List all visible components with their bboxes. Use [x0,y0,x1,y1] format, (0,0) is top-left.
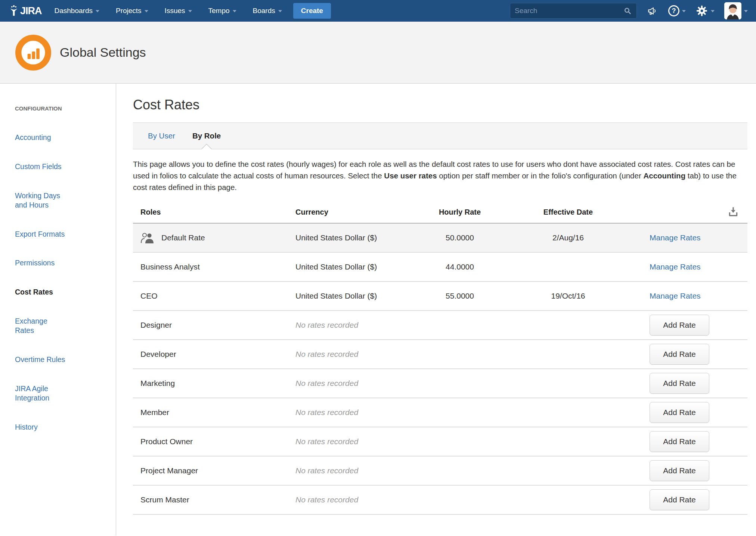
currency-cell: No rates recorded [295,350,419,359]
role-name: Business Analyst [140,262,200,271]
group-icon [140,231,155,244]
add-rate-button[interactable]: Add Rate [650,431,709,452]
chevron-down-icon [188,10,192,12]
column-header-effective-date: Effective Date [501,208,635,216]
role-name: CEO [140,292,158,300]
currency-cell: United States Dollar ($) [295,233,419,242]
add-rate-button[interactable]: Add Rate [650,402,709,423]
sidebar-item-history[interactable]: History [15,413,108,432]
table-row: Designer No rates recorded Add Rate [133,311,747,340]
page-description: This page allows you to define the cost … [133,158,747,193]
jira-brand-text: JIRA [20,5,42,17]
sidebar-item-jira-agile-integration[interactable]: JIRA Agile Integration [15,374,108,403]
sidebar-item-exchange-rates[interactable]: Exchange Rates [15,307,108,335]
add-rate-button[interactable]: Add Rate [650,460,709,481]
search-box[interactable] [510,3,637,19]
currency-cell: United States Dollar ($) [295,262,419,271]
page-title: Cost Rates [133,97,747,113]
hourly-rate-cell: 55.0000 [419,292,501,300]
add-rate-button[interactable]: Add Rate [650,344,709,365]
help-button[interactable]: ? [668,5,686,16]
sidebar-section-title: CONFIGURATION [15,105,108,112]
role-name: Developer [140,350,176,359]
table-row: Product Owner No rates recorded Add Rate [133,427,747,456]
add-rate-button[interactable]: Add Rate [650,489,709,510]
role-name: Marketing [140,379,175,388]
role-name: Project Manager [140,466,198,475]
hourly-rate-cell: 50.0000 [419,233,501,242]
nav-menu-item-tempo[interactable]: Tempo [208,7,236,15]
currency-cell: No rates recorded [295,437,419,446]
nav-menu-item-projects[interactable]: Projects [116,7,148,15]
settings-button[interactable] [695,4,715,17]
add-rate-button[interactable]: Add Rate [650,373,709,394]
manage-rates-link[interactable]: Manage Rates [650,262,701,271]
nav-menu-item-issues[interactable]: Issues [165,7,192,15]
tab-by-user[interactable]: By User [148,123,175,149]
chevron-down-icon [96,10,99,12]
currency-cell: No rates recorded [295,408,419,417]
profile-button[interactable] [724,2,748,19]
sidebar-item-export-formats[interactable]: Export Formats [15,220,108,239]
manage-rates-link[interactable]: Manage Rates [650,292,701,300]
currency-cell: No rates recorded [295,495,419,504]
sidebar-item-custom-fields[interactable]: Custom Fields [15,153,108,172]
search-icon[interactable] [623,6,632,15]
manage-rates-link[interactable]: Manage Rates [650,233,701,242]
jira-logo[interactable]: JIRA [8,5,42,17]
chevron-down-icon [682,10,686,12]
role-name: Designer [140,321,172,330]
export-download-icon[interactable] [727,206,739,218]
add-rate-button[interactable]: Add Rate [650,315,709,336]
table-body: Default Rate United States Dollar ($) 50… [133,224,747,515]
table-row: Business Analyst United States Dollar ($… [133,253,747,282]
sidebar: CONFIGURATION Accounting Custom Fields W… [0,84,116,536]
chevron-down-icon [278,10,282,12]
chevron-down-icon [233,10,236,12]
nav-menu-item-boards[interactable]: Boards [253,7,282,15]
effective-date-cell: 2/Aug/16 [501,233,635,242]
role-name: Default Rate [161,233,205,242]
gear-icon [695,4,708,17]
nav-menu-item-dashboards[interactable]: Dashboards [55,7,99,15]
sidebar-item-cost-rates[interactable]: Cost Rates [15,278,108,297]
sidebar-item-working-days-and-hours[interactable]: Working Days and Hours [15,181,108,210]
cost-rates-table: Roles Currency Hourly Rate Effective Dat… [133,201,747,515]
search-input[interactable] [515,7,623,15]
effective-date-cell: 19/Oct/16 [501,292,635,300]
currency-cell: No rates recorded [295,466,419,475]
main-content: Cost Rates By User By Role This page all… [116,84,756,536]
chevron-down-icon [711,10,715,12]
nav-menu: Dashboards Projects Issues Tempo Boards [55,7,282,15]
table-row: Project Manager No rates recorded Add Ra… [133,456,747,486]
help-icon: ? [668,5,679,16]
top-nav: JIRA Dashboards Projects Issues Tempo Bo… [0,0,756,22]
announcement-button[interactable] [647,5,659,17]
table-row: Developer No rates recorded Add Rate [133,340,747,369]
role-name: Product Owner [140,437,193,446]
table-header-row: Roles Currency Hourly Rate Effective Dat… [133,201,747,224]
table-row: Marketing No rates recorded Add Rate [133,369,747,398]
tab-by-role[interactable]: By Role [192,123,221,149]
column-header-roles: Roles [133,208,295,216]
currency-cell: No rates recorded [295,379,419,388]
table-row: Scrum Master No rates recorded Add Rate [133,486,747,515]
currency-cell: No rates recorded [295,321,419,330]
role-name: Scrum Master [140,495,189,504]
sidebar-item-permissions[interactable]: Permissions [15,249,108,268]
sidebar-item-overtime-rules[interactable]: Overtime Rules [15,346,108,365]
column-header-currency: Currency [295,208,419,216]
chevron-down-icon [145,10,148,12]
currency-cell: United States Dollar ($) [295,292,419,300]
create-button[interactable]: Create [293,3,331,19]
avatar [724,2,741,19]
sidebar-item-accounting[interactable]: Accounting [15,124,108,143]
jira-logo-icon [8,5,19,17]
column-header-hourly-rate: Hourly Rate [419,208,501,216]
megaphone-icon [647,5,659,17]
tempo-logo-icon [15,34,52,71]
tab-strip: By User By Role [133,122,747,149]
table-row: CEO United States Dollar ($) 55.0000 19/… [133,282,747,311]
hourly-rate-cell: 44.0000 [419,262,501,271]
page-header: Global Settings [0,22,756,84]
